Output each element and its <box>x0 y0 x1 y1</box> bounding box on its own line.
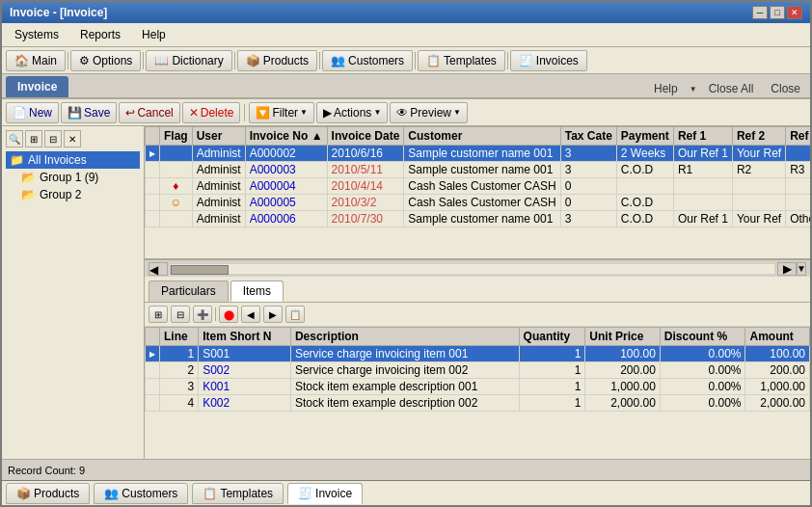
col-invoice-no[interactable]: Invoice No ▲ <box>245 127 327 146</box>
items-table-container[interactable]: Line Item Short N Description Quantity U… <box>145 327 810 459</box>
new-button[interactable]: 📄 New <box>6 102 59 123</box>
close-button-tab[interactable]: Close <box>765 80 806 97</box>
help-dropdown-icon: ▼ <box>690 85 697 93</box>
items-table: Line Item Short N Description Quantity U… <box>145 327 810 412</box>
close-all-button[interactable]: Close All <box>703 80 760 97</box>
row-ref1: Our Ref 1 <box>673 211 732 227</box>
items-col-quantity[interactable]: Quantity <box>519 328 585 346</box>
items-next-button[interactable]: ▶ <box>263 306 283 323</box>
sidebar-all-invoices-label: All Invoices <box>28 153 87 167</box>
col-payment[interactable]: Payment <box>616 127 673 146</box>
sidebar-close-icon[interactable]: ✕ <box>64 130 81 147</box>
preview-button[interactable]: 👁 Preview ▼ <box>390 102 468 123</box>
row-tax-cate: 0 <box>560 195 616 211</box>
items-row-marker <box>146 379 160 395</box>
main-button[interactable]: 🏠 Main <box>6 50 66 71</box>
scroll-track[interactable] <box>170 263 775 275</box>
invoice-tab[interactable]: Invoice <box>6 76 68 97</box>
preview-dropdown-icon: ▼ <box>453 108 461 117</box>
invoice-table-row[interactable]: ☺AdministA0000052010/3/2Cash Sales Custo… <box>146 195 811 211</box>
templates-button[interactable]: 📋 Templates <box>418 50 505 71</box>
col-user[interactable]: User <box>192 127 245 146</box>
products-button[interactable]: 📦 Products <box>237 50 317 71</box>
filter-label: Filter <box>272 106 298 120</box>
tab-items[interactable]: Items <box>230 280 284 302</box>
invoices-button[interactable]: 🧾 Invoices <box>510 50 587 71</box>
items-row-marker <box>146 362 160 379</box>
sidebar-group2-icon: 📂 <box>21 188 36 201</box>
sidebar-grid2-icon[interactable]: ⊟ <box>44 130 62 147</box>
customers-button[interactable]: 👥 Customers <box>322 50 413 71</box>
cancel-label: Cancel <box>137 106 173 120</box>
col-ref3[interactable]: Ref 3 <box>786 127 810 146</box>
col-customer[interactable]: Customer <box>404 127 560 146</box>
items-grid2-button[interactable]: ⊟ <box>171 306 190 323</box>
minimize-button[interactable]: ─ <box>752 6 768 19</box>
items-remove-button[interactable]: ⬤ <box>219 306 238 323</box>
items-table-row[interactable]: ▶1S001Service charge invoicing item 0011… <box>146 346 810 362</box>
invoice-table-row[interactable]: ▶AdministA0000022010/6/16Sample customer… <box>146 146 811 162</box>
items-add-button[interactable]: ➕ <box>193 306 212 323</box>
delete-button[interactable]: ✕ Delete <box>182 102 241 123</box>
menu-systems[interactable]: Systems <box>6 25 68 44</box>
menu-help[interactable]: Help <box>133 25 175 44</box>
row-payment: C.O.D <box>616 195 673 211</box>
close-button[interactable]: ✕ <box>787 6 802 19</box>
col-tax-cate[interactable]: Tax Cate <box>560 127 616 146</box>
items-col-unit-price[interactable]: Unit Price <box>585 328 661 346</box>
bottom-tab-products-icon: 📦 <box>16 487 31 500</box>
bottom-tab-products[interactable]: 📦 Products <box>6 483 90 504</box>
sidebar-all-invoices[interactable]: 📁 All Invoices <box>6 151 140 169</box>
actions-button[interactable]: ▶ Actions ▼ <box>316 102 388 123</box>
horizontal-scrollbar[interactable]: ◀ ▶ ▼ <box>145 259 810 277</box>
col-invoice-date[interactable]: Invoice Date <box>327 127 404 146</box>
items-row-discount: 0.00% <box>660 379 745 395</box>
row-invoice-no: A000005 <box>245 195 327 211</box>
invoice-table-row[interactable]: AdministA0000062010/7/30Sample customer … <box>146 211 811 227</box>
items-col-discount[interactable]: Discount % <box>660 328 745 346</box>
options-button[interactable]: ⚙ Options <box>70 50 141 71</box>
items-col-item[interactable]: Item Short N <box>199 328 291 346</box>
filter-button[interactable]: 🔽 Filter ▼ <box>249 102 314 123</box>
invoice-table-row[interactable]: AdministA0000032010/5/11Sample customer … <box>146 162 811 178</box>
row-invoice-no: A000004 <box>245 178 327 195</box>
scroll-right-btn[interactable]: ▶ <box>777 262 797 276</box>
items-col-amount[interactable]: Amount <box>745 328 810 346</box>
items-col-description[interactable]: Description <box>290 328 519 346</box>
items-copy-button[interactable]: 📋 <box>285 306 305 323</box>
sidebar-group1[interactable]: 📂 Group 1 (9) <box>6 169 140 186</box>
sidebar-search-icon[interactable]: 🔍 <box>6 130 23 147</box>
items-table-row[interactable]: 3K001Stock item example description 0011… <box>146 379 810 395</box>
dictionary-button[interactable]: 📖 Dictionary <box>146 50 231 71</box>
scroll-left-btn[interactable]: ◀ <box>149 262 168 276</box>
tab-particulars[interactable]: Particulars <box>149 280 229 302</box>
items-table-row[interactable]: 4K002Stock item example description 0021… <box>146 395 810 412</box>
save-button[interactable]: 💾 Save <box>61 102 117 123</box>
cancel-button[interactable]: ↩ Cancel <box>119 102 179 123</box>
row-customer: Sample customer name 001 <box>404 162 560 178</box>
items-row-description: Stock item example description 001 <box>290 379 519 395</box>
items-row-line: 3 <box>160 379 199 395</box>
bottom-tab-customers[interactable]: 👥 Customers <box>94 483 188 504</box>
row-invoice-date: 2010/6/16 <box>327 146 404 162</box>
record-count: Record Count: 9 <box>8 465 85 476</box>
scroll-down-btn[interactable]: ▼ <box>797 262 806 276</box>
scroll-thumb[interactable] <box>171 265 229 275</box>
invoice-table-row[interactable]: ♦AdministA0000042010/4/14Cash Sales Cust… <box>146 178 811 195</box>
bottom-tab-templates[interactable]: 📋 Templates <box>192 483 284 504</box>
col-ref2[interactable]: Ref 2 <box>732 127 785 146</box>
items-row-discount: 0.00% <box>660 346 745 362</box>
sidebar-grid1-icon[interactable]: ⊞ <box>25 130 42 147</box>
invoice-table-container[interactable]: Flag User Invoice No ▲ Invoice Date Cust… <box>145 126 810 259</box>
help-button[interactable]: Help <box>648 80 684 97</box>
items-grid1-button[interactable]: ⊞ <box>149 306 168 323</box>
row-ref3 <box>786 178 810 195</box>
sidebar-group2[interactable]: 📂 Group 2 <box>6 186 140 203</box>
items-prev-button[interactable]: ◀ <box>241 306 260 323</box>
items-table-row[interactable]: 2S002Service charge invoicing item 00212… <box>146 362 810 379</box>
menu-bar: Systems Reports Help <box>2 23 810 47</box>
col-ref1[interactable]: Ref 1 <box>673 127 732 146</box>
bottom-tab-invoice[interactable]: 🧾 Invoice <box>287 483 363 504</box>
menu-reports[interactable]: Reports <box>71 25 129 44</box>
maximize-button[interactable]: □ <box>770 6 785 19</box>
